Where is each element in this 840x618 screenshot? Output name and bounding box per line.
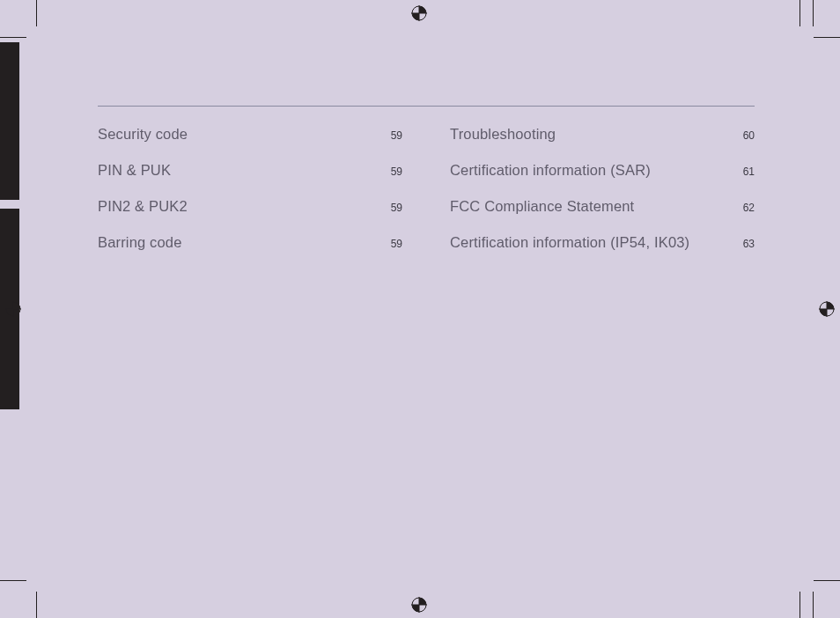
toc-entry-label: PIN & PUK (98, 162, 171, 179)
crop-mark (814, 580, 840, 581)
toc-entry: Troubleshooting 60 (450, 126, 755, 162)
horizontal-rule (98, 106, 755, 107)
toc-entry: Barring code 59 (98, 234, 402, 270)
toc-entry: Certification information (IP54, IK03) 6… (450, 234, 755, 270)
crop-mark (36, 0, 37, 26)
toc-entry-label: PIN2 & PUK2 (98, 198, 188, 215)
toc-entry: FCC Compliance Statement 62 (450, 198, 755, 234)
toc-entry-page: 63 (743, 238, 755, 250)
crop-mark (799, 0, 800, 26)
toc-entry-page: 59 (391, 238, 402, 250)
registration-mark-icon (411, 5, 427, 21)
toc-entry: PIN & PUK 59 (98, 162, 402, 198)
toc-entry-page: 60 (743, 129, 755, 142)
toc-left-column: Security code 59 PIN & PUK 59 PIN2 & PUK… (98, 126, 402, 270)
toc-entry: Security code 59 (98, 126, 402, 162)
toc-entry-label: Troubleshooting (450, 126, 556, 143)
side-tab (0, 42, 19, 200)
crop-mark (814, 37, 840, 38)
toc-entry-page: 62 (743, 202, 755, 214)
crop-mark (36, 592, 37, 618)
toc-entry-label: Barring code (98, 234, 182, 251)
toc-entry-label: Certification information (SAR) (450, 162, 651, 179)
toc-entry: PIN2 & PUK2 59 (98, 198, 402, 234)
toc-entry: Certification information (SAR) 61 (450, 162, 755, 198)
registration-mark-icon (819, 301, 835, 317)
page-content: Security code 59 PIN & PUK 59 PIN2 & PUK… (98, 106, 755, 270)
toc-entry-label: Security code (98, 126, 188, 143)
toc-right-column: Troubleshooting 60 Certification informa… (450, 126, 755, 270)
toc-entry-label: FCC Compliance Statement (450, 198, 634, 215)
crop-mark (0, 37, 26, 38)
crop-mark (799, 592, 800, 618)
registration-mark-icon (5, 301, 21, 317)
toc-entry-page: 59 (391, 202, 402, 214)
toc-entry-page: 61 (743, 166, 755, 178)
toc-entry-page: 59 (391, 129, 402, 142)
toc-entry-label: Certification information (IP54, IK03) (450, 234, 689, 251)
toc-columns: Security code 59 PIN & PUK 59 PIN2 & PUK… (98, 126, 755, 270)
crop-mark (813, 0, 814, 26)
toc-entry-page: 59 (391, 166, 402, 178)
crop-mark (813, 592, 814, 618)
registration-mark-icon (411, 597, 427, 613)
crop-mark (0, 580, 26, 581)
